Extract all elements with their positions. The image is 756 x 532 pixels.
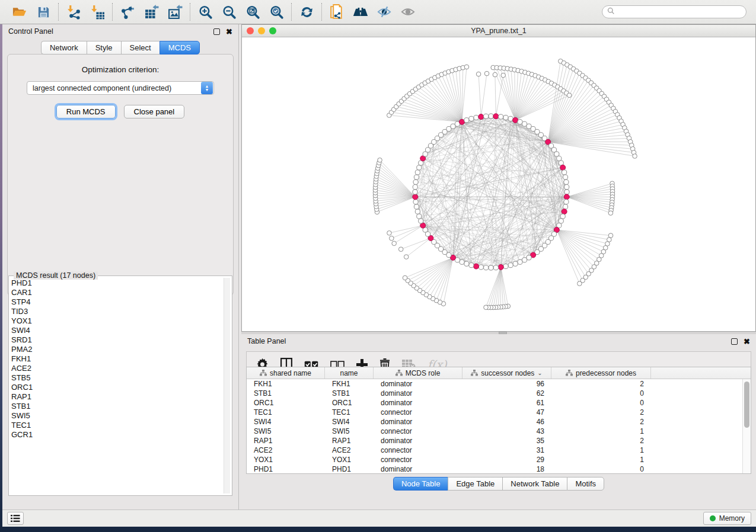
table-cell[interactable]: 1 bbox=[551, 427, 651, 435]
mcds-result-item[interactable]: SRD1 bbox=[11, 335, 222, 345]
mcds-result-item[interactable]: SWI4 bbox=[11, 326, 222, 335]
maximize-window-icon[interactable] bbox=[269, 27, 276, 34]
table-cell[interactable]: SWI5 bbox=[247, 427, 325, 435]
network-node[interactable] bbox=[564, 185, 569, 190]
mcds-result-item[interactable]: ACE2 bbox=[11, 364, 222, 373]
mcds-result-item[interactable]: STP4 bbox=[11, 297, 222, 307]
network-node[interactable] bbox=[415, 209, 420, 214]
hide-icon[interactable] bbox=[377, 4, 392, 20]
network-node[interactable] bbox=[489, 265, 493, 270]
table-cell[interactable]: dominator bbox=[374, 418, 462, 426]
network-node[interactable] bbox=[508, 263, 513, 268]
network-node[interactable] bbox=[413, 185, 417, 190]
table-row[interactable]: YOX1YOX1connector291 bbox=[247, 455, 742, 464]
mcds-hub-node[interactable] bbox=[413, 194, 418, 200]
network-node[interactable] bbox=[560, 214, 565, 219]
mcds-result-item[interactable]: PMA2 bbox=[11, 345, 222, 354]
mcds-result-item[interactable]: TID3 bbox=[11, 307, 222, 316]
tab-select[interactable]: Select bbox=[121, 41, 160, 55]
close-window-icon[interactable] bbox=[247, 27, 254, 34]
network-node[interactable] bbox=[527, 255, 531, 260]
table-cell[interactable]: 47 bbox=[462, 408, 551, 416]
table-cell[interactable]: 2 bbox=[551, 437, 651, 445]
table-cell[interactable]: 43 bbox=[462, 427, 551, 435]
table-cell[interactable]: SWI4 bbox=[247, 418, 325, 426]
network-window-titlebar[interactable]: YPA_prune.txt_1 bbox=[242, 25, 755, 37]
mcds-hub-node[interactable] bbox=[479, 114, 484, 120]
network-node[interactable] bbox=[522, 258, 527, 262]
mcds-result-item[interactable]: TEC1 bbox=[11, 421, 222, 430]
save-session-icon[interactable] bbox=[36, 4, 51, 20]
table-cell[interactable]: dominator bbox=[374, 399, 462, 407]
network-node[interactable] bbox=[419, 219, 423, 223]
network-node[interactable] bbox=[522, 121, 527, 126]
network-node[interactable] bbox=[493, 265, 498, 270]
table-cell[interactable]: STB1 bbox=[325, 389, 374, 398]
column-header-successor-nodes[interactable]: successor nodes⌄ bbox=[462, 367, 551, 379]
close-panel-button[interactable]: Close panel bbox=[124, 105, 185, 118]
table-cell[interactable]: connector bbox=[374, 427, 462, 435]
table-cell[interactable]: 46 bbox=[462, 418, 551, 426]
zoom-selected-icon[interactable] bbox=[269, 4, 284, 20]
network-node[interactable] bbox=[564, 180, 569, 184]
float-panel-icon[interactable] bbox=[213, 28, 220, 35]
zoom-in-icon[interactable] bbox=[197, 4, 213, 20]
network-node[interactable] bbox=[469, 116, 474, 121]
network-node[interactable] bbox=[499, 114, 503, 119]
table-cell[interactable]: SWI4 bbox=[325, 418, 374, 426]
task-history-button[interactable] bbox=[7, 512, 24, 525]
table-row[interactable]: SWI4SWI4dominator462 bbox=[247, 417, 742, 427]
import-network-icon[interactable] bbox=[66, 4, 81, 20]
table-cell[interactable]: SWI5 bbox=[325, 427, 374, 435]
table-row[interactable]: SWI5SWI5connector431 bbox=[247, 427, 742, 436]
tab-node-table[interactable]: Node Table bbox=[393, 477, 448, 491]
import-table-icon[interactable] bbox=[90, 4, 105, 20]
table-cell[interactable]: ORC1 bbox=[247, 399, 325, 407]
network-node[interactable] bbox=[414, 204, 419, 209]
table-cell[interactable]: connector bbox=[374, 446, 462, 454]
refresh-icon[interactable] bbox=[299, 4, 314, 20]
table-row[interactable]: TEC1TEC1connector472 bbox=[247, 408, 742, 417]
mcds-hub-node[interactable] bbox=[513, 117, 518, 123]
network-node[interactable] bbox=[503, 115, 508, 120]
table-cell[interactable]: ACE2 bbox=[247, 446, 325, 454]
network-node[interactable] bbox=[518, 120, 522, 124]
open-file-icon[interactable] bbox=[12, 4, 27, 20]
mcds-result-item[interactable]: GCR1 bbox=[11, 430, 222, 440]
float-table-panel-icon[interactable] bbox=[731, 338, 738, 345]
table-cell[interactable]: 29 bbox=[462, 456, 551, 464]
tab-network-table[interactable]: Network Table bbox=[502, 477, 567, 491]
mcds-hub-node[interactable] bbox=[474, 264, 479, 269]
network-node[interactable] bbox=[518, 259, 522, 264]
table-cell[interactable]: FKH1 bbox=[247, 380, 325, 388]
table-cell[interactable]: 61 bbox=[462, 399, 551, 407]
optimization-criterion-select[interactable]: largest connected component (undirected)… bbox=[27, 81, 214, 95]
mcds-hub-node[interactable] bbox=[562, 209, 567, 214]
network-graph[interactable] bbox=[242, 37, 755, 331]
table-cell[interactable]: PHD1 bbox=[247, 465, 325, 473]
table-row[interactable]: PHD1PHD1dominator180 bbox=[247, 464, 742, 473]
table-cell[interactable]: 2 bbox=[551, 408, 651, 416]
table-cell[interactable]: 18 bbox=[462, 465, 551, 473]
network-node[interactable] bbox=[417, 214, 422, 219]
table-cell[interactable]: 35 bbox=[462, 437, 551, 445]
table-row[interactable]: ACE2ACE2connector311 bbox=[247, 446, 742, 455]
network-node[interactable] bbox=[415, 170, 420, 175]
zoom-out-icon[interactable] bbox=[221, 4, 237, 20]
table-cell[interactable]: dominator bbox=[374, 380, 462, 388]
table-cell[interactable]: 2 bbox=[551, 380, 651, 388]
tab-edge-table[interactable]: Edge Table bbox=[448, 477, 502, 491]
network-node[interactable] bbox=[464, 261, 469, 266]
show-icon[interactable] bbox=[400, 4, 416, 20]
table-cell[interactable]: 96 bbox=[462, 380, 551, 388]
table-cell[interactable]: TEC1 bbox=[247, 408, 325, 416]
table-cell[interactable]: ORC1 bbox=[325, 399, 374, 407]
table-cell[interactable]: ACE2 bbox=[325, 446, 374, 454]
network-node[interactable] bbox=[414, 175, 419, 180]
mcds-result-item[interactable]: STB1 bbox=[11, 402, 222, 411]
network-node[interactable] bbox=[417, 165, 422, 170]
mcds-hub-node[interactable] bbox=[560, 165, 566, 170]
network-canvas[interactable] bbox=[242, 37, 755, 331]
network-node[interactable] bbox=[563, 204, 567, 209]
mcds-result-item[interactable]: CAR1 bbox=[11, 288, 222, 297]
